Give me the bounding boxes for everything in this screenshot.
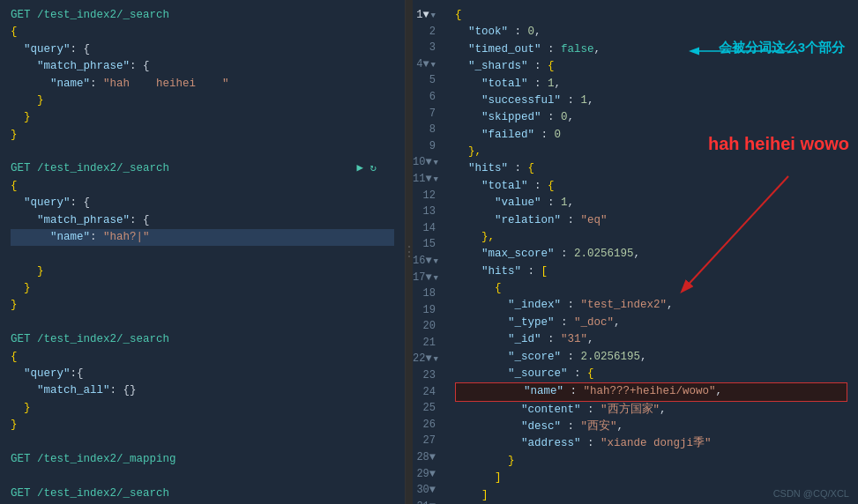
line-numbers: 1▼ 2 3 4▼ 5 6 7 8 9 10▼ 11▼ 12 13 14 15 … [413,0,444,504]
annotation-shards: 会被分词这么3个部分 [719,37,845,57]
watermark: CSDN @CQ/XCL [773,488,849,499]
panel-divider[interactable]: ⋮ [406,0,413,504]
annotation-hah: hah heihei wowo [708,130,849,158]
right-code-area: { "took" : 0, "timed_out" : false, "_sha… [444,0,858,504]
right-editor-panel: 1▼ 2 3 4▼ 5 6 7 8 9 10▼ 11▼ 12 13 14 15 … [413,0,858,504]
left-editor-panel[interactable]: GET /test_index2/_search { "query": { "m… [0,0,406,504]
left-code: GET /test_index2/_search { "query": { "m… [0,7,405,504]
